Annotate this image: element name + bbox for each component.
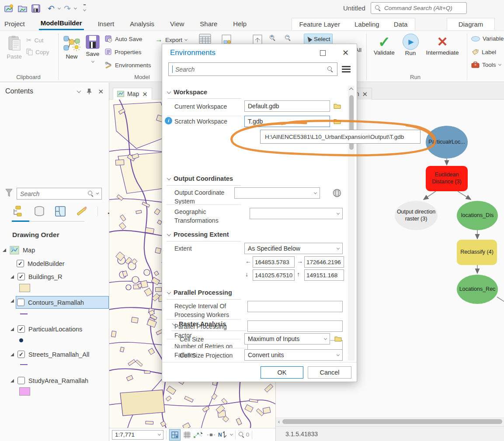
vertex-snapping-icon[interactable] [194,431,204,439]
export-dropdown-icon[interactable] [184,38,188,41]
save-project-icon[interactable] [31,4,41,13]
layer-particualrlocations[interactable]: ParticualrLocations [10,325,82,333]
tab-data[interactable]: Data [392,18,410,31]
layer-checkbox[interactable] [17,273,25,280]
info-icon[interactable]: i [165,117,172,124]
redo-dropdown-icon[interactable] [74,6,77,9]
expand-icon[interactable] [10,275,14,279]
tools-dropdown-icon[interactable] [498,63,501,66]
dialog-menu-icon[interactable] [342,65,351,74]
ocs-combo[interactable] [234,187,320,199]
model-node-reclassify[interactable]: Reclassify (4) [457,240,497,265]
command-search[interactable] [371,2,467,14]
command-search-input[interactable] [384,5,463,11]
contents-search-dropdown-icon[interactable] [96,192,99,195]
tab-labeling[interactable]: Labeling [353,18,381,31]
copy-button[interactable]: Copy [26,48,49,55]
expand-icon[interactable] [10,299,14,303]
new-model-button[interactable]: New [62,34,82,60]
cut-button[interactable]: ✂Cut [26,36,44,44]
filter-icon[interactable] [5,189,13,197]
expand-icon[interactable] [3,248,6,252]
list-by-drawing-order-tab[interactable] [12,206,24,217]
open-project-icon[interactable] [18,4,27,13]
cell-size-combo[interactable]: Maximum of Inputs [244,333,330,345]
section-parallel-processing[interactable]: Parallel Processing [167,289,232,296]
tab-analysis[interactable]: Analysis [128,17,156,30]
list-by-source-tab[interactable] [34,206,45,217]
tab-feature-layer[interactable]: Feature Layer [298,18,342,31]
label-button[interactable]: Label [471,48,496,55]
cell-size-projection-combo[interactable]: Convert units [244,349,343,361]
hscroll-thumb[interactable] [282,419,502,424]
contents-close-icon[interactable]: ✕ [98,88,104,95]
model-node-locations-rec[interactable]: Locations_Rec [457,275,498,304]
expand-icon[interactable] [10,379,14,382]
extent-west-field[interactable] [253,256,295,268]
layer-contours-selected[interactable]: Contours_Ramallah [16,296,109,309]
selected-features-indicator[interactable]: 0 [238,431,250,438]
particualrlocations-swatch[interactable] [19,338,23,342]
list-by-snapshot-tab[interactable] [55,206,66,217]
layer-checkbox[interactable] [17,351,25,358]
snap-midpoint-icon[interactable] [207,431,216,439]
layer-streets[interactable]: Streets_Ramallah_All [10,351,89,358]
map-tab-close-icon[interactable]: ✕ [142,91,148,97]
factor-field[interactable] [247,320,343,332]
browse-folder-icon[interactable] [334,118,341,124]
layout-grid-button[interactable] [169,429,181,441]
ok-button[interactable]: OK [261,366,303,379]
tab-insert[interactable]: Insert [96,17,116,30]
model-node-locations-dis[interactable]: locations_Dis [457,201,498,230]
dialog-close-icon[interactable]: ✕ [342,48,349,58]
new-project-icon[interactable] [4,4,14,13]
model-node-input-locations[interactable]: ParticualrLoc... [426,126,468,158]
browse-folder-icon[interactable] [334,103,341,109]
tab-share[interactable]: Share [198,17,219,30]
save-model-button[interactable]: Save [83,34,102,64]
layer-modelbuilder[interactable]: ModelBuilder [17,260,65,267]
save-dropdown-icon[interactable] [91,60,94,63]
scroll-left-icon[interactable]: ‹ [278,418,280,425]
recycle-field[interactable] [247,301,343,312]
geo-transform-combo[interactable] [250,208,343,219]
grid-snapping-icon[interactable] [183,431,191,439]
current-workspace-field[interactable]: Default.gdb [244,100,330,112]
model-node-euclidean-distance[interactable]: Euclidean Distance (3) [426,166,468,191]
maximize-icon[interactable] [320,50,326,56]
layer-checkbox[interactable] [17,299,24,306]
layer-map[interactable]: Map [3,246,35,255]
snapping-dropdown-icon[interactable] [230,433,233,436]
section-raster-analysis[interactable]: Raster Analysis [173,320,226,327]
expand-icon[interactable] [10,327,14,331]
auto-save-button[interactable]: Auto Save [105,35,142,42]
validate-button[interactable]: ✓ Validate [371,34,398,56]
contents-menu-icon[interactable] [77,89,81,93]
cancel-button[interactable]: Cancel [308,366,351,379]
scroll-up-icon[interactable] [349,88,354,92]
redo-icon[interactable]: ↷ [64,3,71,14]
zoom-in-icon[interactable]: + [269,34,276,42]
pin-icon[interactable] [87,88,92,94]
scratch-workspace-field[interactable]: T.gdb [244,116,330,127]
tab-diagram[interactable]: Diagram [457,18,485,31]
tab-help[interactable]: Help [231,17,248,30]
dialog-search[interactable] [168,62,337,76]
customize-qat-icon[interactable] [83,4,86,13]
section-processing-extent[interactable]: Processing Extent [167,231,229,238]
map-scale-combo[interactable]: 1:7,771 [112,430,163,440]
model-tab-close-icon[interactable]: ✕ [362,91,368,97]
zoom-out-icon[interactable]: − [285,34,291,42]
dialog-search-input[interactable] [175,66,324,73]
undo-icon[interactable]: ↶ [48,3,55,14]
list-by-editing-tab[interactable] [76,206,88,217]
extent-north-field[interactable] [304,269,344,281]
layer-buildings[interactable]: Buildings_R [10,273,62,280]
run-button[interactable]: ▶ Run [400,34,421,56]
variable-button[interactable]: Variable [471,35,504,42]
extent-east-field[interactable] [304,256,344,268]
extent-south-field[interactable] [253,269,295,281]
north-arrow-icon[interactable]: N [218,431,228,439]
model-hscrollbar[interactable]: ‹ [276,417,504,426]
tools-button[interactable]: Tools [471,62,501,68]
